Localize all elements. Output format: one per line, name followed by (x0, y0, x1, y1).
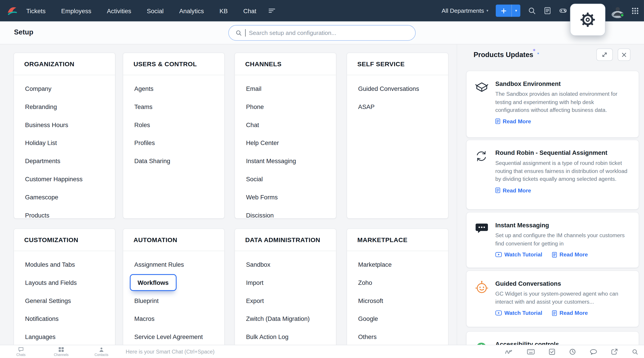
dock-left-items: Chats Channels Contacts (9, 346, 113, 356)
watch-tutorial-label: Watch Tutorial (504, 251, 542, 258)
history-clock-icon[interactable] (569, 348, 576, 355)
gamescope-icon[interactable] (559, 7, 567, 15)
sparkle-icon: ✶ (537, 52, 540, 56)
nav-item-activities[interactable]: Activities (107, 7, 131, 14)
sparkle-icon: ✶ (532, 48, 536, 53)
update-card-sandbox: Sandbox Environment The Sandbox provides… (466, 71, 639, 138)
setup-item-rebranding[interactable]: Rebranding (14, 97, 115, 115)
setup-item-data-sharing[interactable]: Data Sharing (123, 152, 224, 170)
setup-item-bulk-action-log[interactable]: Bulk Action Log (235, 327, 336, 346)
setup-item-guided-conversations[interactable]: Guided Conversations (347, 79, 448, 97)
setup-item-macros[interactable]: Macros (123, 309, 224, 327)
setup-item-roles[interactable]: Roles (123, 115, 224, 134)
quick-add-dropdown[interactable]: ▾ (512, 5, 520, 17)
setup-item-layouts-and-fields[interactable]: Layouts and Fields (14, 273, 115, 291)
zia-signature-icon[interactable] (505, 348, 513, 355)
setup-item-asap[interactable]: ASAP (347, 97, 448, 115)
setup-item-marketplace[interactable]: Marketplace (347, 255, 448, 273)
setup-item-instant-messaging[interactable]: Instant Messaging (235, 152, 336, 170)
nav-item-kb[interactable]: KB (220, 7, 228, 14)
share-window-icon[interactable] (611, 348, 618, 355)
setup-item-email[interactable]: Email (235, 79, 336, 97)
user-avatar[interactable] (612, 5, 624, 17)
read-more-link[interactable]: Read More (552, 310, 588, 316)
setup-item-service-level-agreement[interactable]: Service Level Agreement (123, 327, 224, 346)
setup-item-phone[interactable]: Phone (235, 97, 336, 115)
setup-item-languages[interactable]: Languages (14, 327, 115, 346)
workflows-highlight-box[interactable]: Workflows (130, 274, 176, 291)
watch-tutorial-link[interactable]: Watch Tutorial (495, 251, 542, 258)
dock-item-contacts[interactable]: Contacts (90, 346, 113, 356)
watch-tutorial-link[interactable]: Watch Tutorial (495, 310, 542, 316)
read-more-link[interactable]: Read More (552, 251, 588, 258)
setup-item-notifications[interactable]: Notifications (14, 309, 115, 327)
setup-item-export[interactable]: Export (235, 291, 336, 309)
setup-item-profiles[interactable]: Profiles (123, 134, 224, 152)
dock-item-chats[interactable]: Chats (9, 346, 33, 356)
setup-item-holiday-list[interactable]: Holiday List (14, 134, 115, 152)
section-items: Marketplace Zoho Microsoft Google Others (347, 251, 448, 350)
read-more-link[interactable]: Read More (495, 118, 531, 124)
section-items: Company Rebranding Business Hours Holida… (14, 75, 115, 219)
department-selector[interactable]: All Departments ▾ (442, 8, 488, 14)
setup-item-general-settings[interactable]: General Settings (14, 291, 115, 309)
watch-tutorial-label: Watch Tutorial (504, 310, 542, 316)
dock-search-icon[interactable] (632, 348, 638, 355)
setup-search[interactable] (228, 25, 416, 41)
setup-item-customer-happiness[interactable]: Customer Happiness (14, 170, 115, 188)
setup-item-products[interactable]: Products (14, 206, 115, 219)
read-more-link[interactable]: Read More (495, 187, 531, 194)
keyboard-icon[interactable] (527, 348, 535, 354)
setup-search-input[interactable] (249, 30, 408, 36)
setup-item-web-forms[interactable]: Web Forms (235, 188, 336, 206)
apps-grid-icon[interactable] (631, 7, 639, 15)
page-title: Setup (14, 29, 33, 37)
release-notes-icon[interactable] (544, 7, 552, 15)
nav-item-analytics[interactable]: Analytics (179, 7, 204, 14)
update-card-content: Sandbox Environment The Sandbox provides… (495, 80, 629, 132)
dock-item-channels[interactable]: Channels (49, 346, 73, 356)
setup-item-zwitch[interactable]: Zwitch (Data Migration) (235, 309, 336, 327)
setup-item-microsoft[interactable]: Microsoft (347, 291, 448, 309)
dock-item-label: Contacts (94, 352, 108, 356)
nav-item-social[interactable]: Social (147, 7, 164, 14)
setup-item-agents[interactable]: Agents (123, 79, 224, 97)
setup-item-gamescope[interactable]: Gamescope (14, 188, 115, 206)
read-more-label: Read More (560, 310, 588, 316)
nav-item-employess[interactable]: Employess (61, 7, 92, 14)
setup-item-teams[interactable]: Teams (123, 97, 224, 115)
setup-item-zoho[interactable]: Zoho (347, 273, 448, 291)
feedback-comment-icon[interactable] (590, 348, 597, 354)
quick-add-button[interactable]: ▾ (496, 5, 520, 17)
setup-item-assignment-rules[interactable]: Assignment Rules (123, 255, 224, 273)
close-setup-button[interactable] (618, 49, 630, 61)
setup-item-company[interactable]: Company (14, 79, 115, 97)
setup-item-workflows[interactable]: Workflows (123, 273, 224, 291)
global-search-icon[interactable] (528, 7, 536, 15)
plus-icon[interactable] (496, 5, 512, 17)
setup-gear-highlight[interactable] (570, 4, 605, 36)
setup-item-business-hours[interactable]: Business Hours (14, 115, 115, 134)
setup-item-google[interactable]: Google (347, 309, 448, 327)
nav-item-tickets[interactable]: Tickets (26, 7, 46, 14)
gear-icon (579, 11, 596, 29)
nav-more-modules-icon[interactable] (268, 7, 276, 15)
setup-item-modules-and-tabs[interactable]: Modules and Tabs (14, 255, 115, 273)
zoho-desk-logo[interactable] (6, 5, 18, 17)
nav-items: Tickets Employess Activities Social Anal… (26, 7, 256, 14)
setup-item-others[interactable]: Others (347, 327, 448, 346)
setup-item-chat[interactable]: Chat (235, 115, 336, 134)
setup-item-blueprint[interactable]: Blueprint (123, 291, 224, 309)
setup-item-departments[interactable]: Departments (14, 152, 115, 170)
expand-setup-button[interactable] (596, 49, 613, 61)
setup-item-help-center[interactable]: Help Center (235, 134, 336, 152)
setup-item-discission[interactable]: Discission (235, 206, 336, 219)
section-items: Agents Teams Roles Profiles Data Sharing (123, 75, 224, 174)
close-icon (622, 52, 627, 57)
setup-item-import[interactable]: Import (235, 273, 336, 291)
smart-chat-input[interactable] (126, 348, 339, 355)
nav-item-chat[interactable]: Chat (243, 7, 256, 14)
tasks-icon[interactable] (549, 348, 555, 355)
setup-item-sandbox[interactable]: Sandbox (235, 255, 336, 273)
setup-item-social[interactable]: Social (235, 170, 336, 188)
